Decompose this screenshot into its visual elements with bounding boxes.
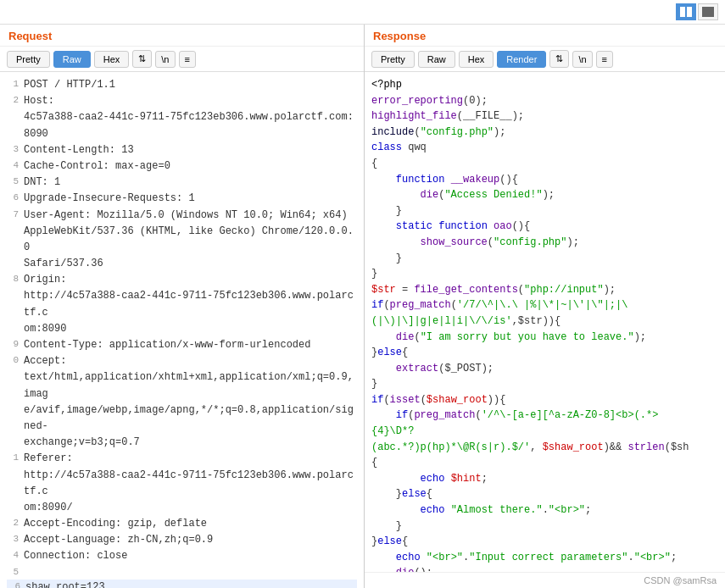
request-line: 6shaw_root=123 [7,580,357,588]
tab-response-render[interactable]: Render [497,51,546,68]
code-line: if(preg_match('/^\-[a-e][^a-zA-Z0-8]<b>(… [371,408,718,424]
code-line: die(); [371,565,718,572]
line-number: 0 [7,353,19,369]
split-view-button[interactable] [676,3,696,20]
code-line: }else{ [371,534,718,550]
request-line: 4Cache-Control: max-age=0 [7,158,357,175]
code-line: extract($_POST); [371,361,718,377]
line-number [7,500,19,516]
request-line: 2Accept-Encoding: gzip, deflate [7,516,357,532]
response-icon-menu[interactable]: ≡ [596,51,613,68]
line-text: shaw_root=123 [25,580,105,588]
line-text: Content-Length: 13 [24,142,134,158]
line-text: DNT: 1 [24,175,60,191]
line-text: Accept: [24,353,66,369]
code-line: (abc.*?)p(hp)*\@R(s|r).$/', $shaw_root)&… [371,440,718,456]
tab-response-raw[interactable]: Raw [418,51,455,68]
code-line: }else{ [371,486,718,502]
line-number [7,109,19,141]
request-line: om:8090/ [7,500,357,516]
request-line: http://4c57a388-caa2-441c-9711-75fc123eb… [7,468,357,500]
line-number [7,224,19,256]
code-line: echo $hint; [371,471,718,487]
request-line: e/avif,image/webp,image/apng,*/*;q=0.8,a… [7,402,357,435]
line-number: 4 [7,548,19,564]
request-line: 4Connection: close [7,548,357,564]
line-number [7,468,19,500]
request-line: AppleWebKit/537.36 (KHTML, like Gecko) C… [7,224,357,256]
request-line: exchange;v=b3;q=0.7 [7,435,357,451]
code-line: die("Access Denied!"); [371,187,718,203]
code-line: function __wakeup(){ [371,172,718,188]
line-number [7,321,19,337]
code-line: {4}\D*? [371,424,718,440]
request-line: 3Accept-Language: zh-CN,zh;q=0.9 [7,532,357,548]
line-number: 2 [7,516,19,532]
line-number: 6 [7,191,19,207]
code-line: class qwq [371,140,718,156]
line-text: POST / HTTP/1.1 [24,77,115,93]
single-view-button[interactable] [698,3,718,20]
line-number: 1 [7,451,19,467]
svg-rect-2 [702,7,714,17]
response-icon-newline[interactable]: \n [572,51,592,68]
line-number [7,369,19,402]
request-line: Safari/537.36 [7,256,357,272]
line-number [7,435,19,451]
line-number [7,402,19,435]
code-line: } [371,251,718,267]
svg-rect-1 [687,7,692,17]
code-line: if(isset($shaw_root)){ [371,392,718,408]
request-line: 5DNT: 1 [7,175,357,191]
request-line: 6Upgrade-Insecure-Requests: 1 [7,191,357,207]
tab-request-raw[interactable]: Raw [53,51,91,68]
code-line: $str = file_get_contents("php://input"); [371,282,718,298]
tab-response-pretty[interactable]: Pretty [371,51,415,68]
line-number: 5 [7,565,19,580]
request-panel: Request Pretty Raw Hex ⇅ \n ≡ 1POST / HT… [0,25,365,588]
line-number: 9 [7,337,19,353]
line-number: 6 [8,580,20,588]
line-number: 2 [7,93,19,109]
main-content: Request Pretty Raw Hex ⇅ \n ≡ 1POST / HT… [0,25,725,588]
request-line: 7User-Agent: Mozilla/5.0 (Windows NT 10.… [7,208,357,224]
code-line: } [371,376,718,392]
line-text: Content-Type: application/x-www-form-url… [24,337,310,353]
code-line: (|\)|\]|g|e|l|i|\/\/is',$str)){ [371,313,718,330]
line-number: 1 [7,77,19,93]
line-text: Upgrade-Insecure-Requests: 1 [24,191,195,207]
code-line: } [371,266,718,282]
line-text: text/html,application/xhtml+xml,applicat… [24,369,357,402]
request-icon-newline[interactable]: \n [155,51,175,68]
request-content: 1POST / HTTP/1.12Host:4c57a388-caa2-441c… [0,72,364,588]
tab-request-pretty[interactable]: Pretty [7,51,50,68]
request-line: 1POST / HTTP/1.1 [7,77,357,93]
code-line: include("config.php"); [371,125,718,141]
line-number [7,256,19,272]
code-line: } [371,203,718,219]
request-icon-menu[interactable]: ≡ [179,51,196,68]
response-tab-bar: Pretty Raw Hex Render ⇅ \n ≡ [365,47,725,72]
code-line: if(preg_match('/7/\^|\.\ |%|\*|~|\'|\"|;… [371,297,718,313]
line-text: Host: [24,93,54,109]
tab-response-hex[interactable]: Hex [459,51,494,68]
code-line: highlight_file(__FILE__); [371,108,718,125]
line-number: 5 [7,175,19,191]
response-panel-header: Response [365,25,725,47]
line-text: e/avif,image/webp,image/apng,*/*;q=0.8,a… [24,402,357,435]
response-panel: Response Pretty Raw Hex Render ⇅ \n ≡ <?… [365,25,725,588]
request-line: text/html,application/xhtml+xml,applicat… [7,369,357,402]
line-text: om:8090/ [24,500,73,516]
response-icon-flow[interactable]: ⇅ [549,50,569,68]
request-icon-flow[interactable]: ⇅ [132,50,152,68]
code-line: }else{ [371,345,718,361]
code-line: die("I am sorry but you have to leave.")… [371,330,718,346]
request-panel-header: Request [0,25,364,47]
code-line: show_source("config.php"); [371,235,718,251]
response-content: <?phperror_reporting(0);highlight_file(_… [365,72,725,572]
tab-request-hex[interactable]: Hex [94,51,130,68]
request-line: 1Referer: [7,451,357,467]
line-number: 8 [7,272,19,288]
line-text: Accept-Encoding: gzip, deflate [24,516,207,532]
code-line: { [371,455,718,471]
